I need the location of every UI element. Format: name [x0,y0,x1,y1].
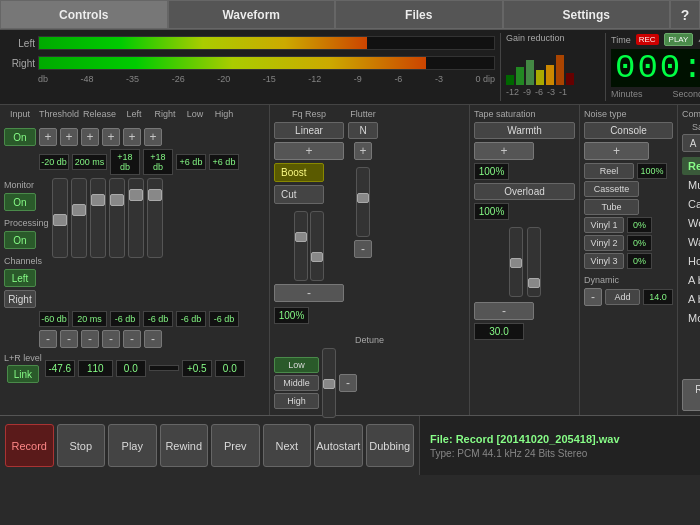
detune-minus-button[interactable]: - [339,374,357,392]
time-section: Time REC PLAY 44.1 kHz Free Batt 000:48.… [605,33,700,101]
reel-button[interactable]: Reel [584,163,634,179]
right-minus-button[interactable]: - [102,330,120,348]
record-button[interactable]: Record [5,424,54,467]
detune-buttons: Low Middle High [274,357,319,409]
release-plus-button[interactable]: + [60,128,78,146]
play-button[interactable]: Play [108,424,157,467]
add-dropdown[interactable]: Add [605,289,640,305]
threshold-plus-button[interactable]: + [39,128,57,146]
release-fader[interactable] [71,178,87,258]
tab-waveform[interactable]: Waveform [168,0,336,29]
left-fader[interactable] [90,178,106,258]
tape-fader-2[interactable] [527,227,541,297]
tab-controls[interactable]: Controls [0,0,168,29]
flutter-minus-button[interactable]: - [354,240,372,258]
cut-button[interactable]: Cut [274,185,324,204]
stop-button[interactable]: Stop [57,424,106,467]
next-button[interactable]: Next [263,424,312,467]
rec-badge: REC [636,34,659,45]
low-plus-button[interactable]: + [123,128,141,146]
low-fader[interactable] [128,178,144,258]
preset-list: Reel master Multitrack session Cassette … [682,157,700,377]
preset-item-3[interactable]: Worn out walkman [682,214,700,232]
boost-button[interactable]: Boost [274,163,324,182]
console-dropdown[interactable]: Console [584,122,673,139]
flutter-dropdown[interactable]: N [348,122,378,139]
fq-resp-dropdown[interactable]: Linear [274,122,344,139]
ch-right-button[interactable]: Right [4,290,36,308]
input-on-button[interactable]: On [4,128,36,146]
fq-minus-button[interactable]: - [274,284,344,302]
left-value: +18 db [110,149,140,175]
tape-fader-1[interactable] [509,227,523,297]
preset-item-5[interactable]: Home reel2reel [682,252,700,270]
release-minus-button[interactable]: - [60,330,78,348]
low-minus-button[interactable]: - [123,330,141,348]
high-minus-button[interactable]: - [144,330,162,348]
right-fader-col [109,178,125,258]
fq-fader-2[interactable] [310,211,324,281]
help-button[interactable]: ? [670,0,700,29]
warmth-plus-button[interactable]: + [474,142,534,160]
vinyl1-row: Vinyl 1 0% [584,217,673,233]
preset-item-7[interactable]: A bit blurry [682,290,700,308]
ch-left-button[interactable]: Left [4,269,36,287]
autostart-button[interactable]: Autostart [314,424,363,467]
high-fader[interactable] [147,178,163,258]
lr-level-label: L+R level [4,353,42,363]
tape-value: 30.0 [474,323,524,340]
left-meter-bar [38,36,495,50]
preset-item-0[interactable]: Reel master [682,157,700,175]
fq-fader-1[interactable] [294,211,308,281]
preset-item-2[interactable]: Cassette recorder [682,195,700,213]
tape-section: Tape saturation Warmth + 100% Overload 1… [470,105,580,415]
overload-dropdown[interactable]: Overload [474,183,575,200]
flutter-fader[interactable] [356,167,370,237]
noise-label: Noise type [584,109,673,119]
a-button[interactable]: A [682,134,700,152]
right-fader[interactable] [109,178,125,258]
preset-item-8[interactable]: More guitar drive [682,309,700,327]
release-handle [72,204,86,216]
on-buttons-row: On + + + + + + [4,128,265,146]
vinyl1-button[interactable]: Vinyl 1 [584,217,624,233]
preset-item-6[interactable]: A bit brighter [682,271,700,289]
dubbing-button[interactable]: Dubbing [366,424,415,467]
cassette-button[interactable]: Cassette [584,181,639,197]
preset-item-1[interactable]: Multitrack session [682,176,700,194]
noise-minus-button[interactable]: - [584,288,602,306]
prev-button[interactable]: Prev [211,424,260,467]
detune-fader[interactable] [322,348,336,418]
rename-preset-button[interactable]: Rename preset [682,379,700,411]
noise-plus-button[interactable]: + [584,142,649,160]
tube-button[interactable]: Tube [584,199,639,215]
link-button[interactable]: Link [7,365,39,383]
vinyl2-button[interactable]: Vinyl 2 [584,235,624,251]
detune-high-button[interactable]: High [274,393,319,409]
preset-item-4[interactable]: Warmth tubes [682,233,700,251]
detune-handle [323,379,335,389]
flutter-plus-button[interactable]: + [354,142,372,160]
monitor-on-button[interactable]: On [4,193,36,211]
high-plus-button[interactable]: + [144,128,162,146]
left-plus-button[interactable]: + [81,128,99,146]
processing-on-button[interactable]: On [4,231,36,249]
right-plus-button[interactable]: + [102,128,120,146]
threshold-minus-button[interactable]: - [39,330,57,348]
threshold-value: -20 db [39,154,69,170]
tab-files[interactable]: Files [335,0,503,29]
time-label: Time [611,35,631,45]
seconds-label: Seconds [673,89,700,99]
detune-mid-button[interactable]: Middle [274,375,319,391]
right-meter-fill [39,57,426,69]
vinyl3-button[interactable]: Vinyl 3 [584,253,624,269]
right-meter-row: Right [5,53,495,73]
warmth-dropdown[interactable]: Warmth [474,122,575,139]
fq-plus-button[interactable]: + [274,142,344,160]
threshold-fader[interactable] [52,178,68,258]
tab-settings[interactable]: Settings [503,0,671,29]
rewind-button[interactable]: Rewind [160,424,209,467]
tape-minus-button[interactable]: - [474,302,534,320]
left-minus-button[interactable]: - [81,330,99,348]
detune-low-button[interactable]: Low [274,357,319,373]
